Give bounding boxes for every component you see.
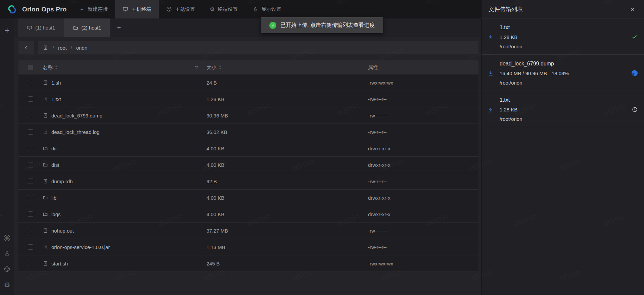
theme-palette-icon[interactable] — [4, 266, 10, 273]
file-size: 92 B — [206, 179, 368, 184]
sidebar-new-connection-button[interactable]: + — [4, 26, 9, 35]
filesystem-root-icon[interactable] — [43, 45, 48, 50]
table-row[interactable]: orion-ops-service-1.0.0.jar 1.13 MB -rw-… — [18, 239, 478, 255]
file-permissions: drwxr-xr-x — [368, 162, 478, 168]
chevron-left-icon — [24, 45, 29, 50]
table-row[interactable]: dead_lock_6799.dump 90.96 MB -rw------- — [18, 107, 478, 124]
nav-item-theme-settings[interactable]: 主题设置 — [159, 0, 202, 18]
download-icon — [481, 34, 500, 41]
row-checkbox[interactable] — [28, 195, 33, 200]
file-permissions: -rwxrwxrwx — [368, 80, 478, 86]
transfer-panel-header: 文件传输列表 ✕ — [481, 0, 644, 18]
transfer-item[interactable]: dead_lock_6799.dump 16.40 MB / 90.96 MB … — [481, 55, 644, 91]
top-nav: ＋ 新建连接 主机终端 — [72, 0, 289, 18]
success-circle-icon — [269, 22, 276, 29]
table-row[interactable]: logs 4.00 KB drwxr-xr-x — [18, 206, 478, 223]
transfer-path: /root/orion — [500, 113, 625, 122]
transfer-panel-title: 文件传输列表 — [489, 5, 523, 13]
filter-funnel-icon[interactable] — [194, 65, 199, 70]
file-name[interactable]: 1.txt — [51, 96, 61, 102]
tab-host1-terminal[interactable]: (1) host1 — [18, 18, 64, 37]
nav-item-display-settings[interactable]: 显示设置 — [245, 0, 289, 18]
row-checkbox[interactable] — [28, 261, 33, 266]
table-row[interactable]: dead_lock_thread.log 36.02 KB -rw-r--r-- — [18, 124, 478, 140]
nav-item-host-terminal[interactable]: 主机终端 — [115, 0, 159, 18]
file-icon — [43, 129, 48, 135]
file-icon — [43, 96, 48, 102]
file-name[interactable]: dist — [51, 162, 59, 168]
main-content: (1) host1 (2) host1 + — [14, 18, 481, 295]
breadcrumb: / root / orion — [38, 41, 478, 54]
sort-by-name[interactable]: 名称 — [43, 64, 58, 71]
breadcrumb-segment-orion[interactable]: orion — [76, 45, 87, 51]
row-checkbox[interactable] — [28, 162, 33, 167]
table-row[interactable]: dist 4.00 KB drwxr-xr-x — [18, 157, 478, 173]
row-checkbox[interactable] — [28, 129, 33, 135]
row-checkbox[interactable] — [28, 228, 33, 233]
top-bar: Orion Ops Pro ＋ 新建连接 主机终端 — [0, 0, 481, 18]
table-row[interactable]: dump.rdb 92 B -rw-r--r-- — [18, 173, 478, 190]
file-table-header: 名称 大小 — [18, 60, 478, 75]
file-name[interactable]: dead_lock_thread.log — [51, 129, 99, 135]
progress-pie-icon — [632, 70, 638, 76]
file-name[interactable]: orion-ops-service-1.0.0.jar — [51, 244, 110, 250]
transfer-path: /root/orion — [500, 77, 625, 86]
file-permissions: -rw-r--r-- — [368, 244, 478, 250]
file-name[interactable]: dir — [51, 146, 57, 151]
file-name[interactable]: start.sh — [51, 261, 68, 266]
nav-item-terminal-settings[interactable]: ⚙ 终端设置 — [202, 0, 245, 18]
sort-by-size[interactable]: 大小 — [206, 64, 222, 71]
transfer-item[interactable]: 1.txt 1.28 KB /root/orion — [481, 91, 644, 127]
folder-icon — [43, 162, 48, 167]
transfer-item[interactable]: 1.txt 1.28 KB /root/orion — [481, 18, 644, 55]
transfer-percent: 18.03% — [552, 70, 569, 76]
add-tab-button[interactable]: + — [110, 18, 128, 37]
row-checkbox[interactable] — [28, 96, 33, 102]
tab-host1-files[interactable]: (2) host1 — [64, 18, 110, 37]
table-row[interactable]: 1.txt 1.28 KB -rw-r--r-- — [18, 91, 478, 107]
toast-message: 已开始上传, 点击右侧传输列表查看进度 — [280, 22, 375, 29]
row-checkbox[interactable] — [28, 146, 33, 151]
success-check-icon — [625, 34, 644, 41]
user-stamp-icon[interactable] — [4, 250, 10, 257]
file-name[interactable]: dump.rdb — [51, 179, 73, 184]
table-row[interactable]: lib 4.00 KB drwxr-xr-x — [18, 190, 478, 206]
file-name[interactable]: lib — [51, 195, 56, 201]
file-size: 4.00 KB — [206, 195, 368, 201]
file-size: 245 B — [206, 261, 368, 266]
file-name[interactable]: logs — [51, 211, 61, 217]
column-attr-label: 属性 — [368, 64, 378, 71]
row-checkbox[interactable] — [28, 244, 33, 250]
file-name[interactable]: 1.sh — [51, 80, 61, 86]
gear-icon: ⚙ — [210, 7, 215, 12]
palette-icon — [166, 6, 172, 12]
command-shortcut-icon[interactable]: ⌘ — [4, 235, 11, 242]
left-sidebar: + ⌘ — [0, 18, 14, 295]
settings-gear-icon[interactable]: ⚙ — [4, 281, 10, 288]
sort-carets-icon — [55, 65, 58, 69]
row-checkbox[interactable] — [28, 179, 33, 184]
close-icon[interactable]: ✕ — [630, 7, 635, 12]
breadcrumb-segment-root[interactable]: root — [58, 45, 67, 51]
file-permissions: drwxr-xr-x — [368, 195, 478, 201]
file-name[interactable]: dead_lock_6799.dump — [51, 113, 102, 118]
back-button[interactable] — [18, 41, 34, 54]
pending-clock-icon — [625, 106, 644, 113]
upload-started-toast: 已开始上传, 点击右侧传输列表查看进度 — [261, 17, 383, 33]
table-row[interactable]: start.sh 245 B -rwxrwxrwx — [18, 255, 478, 272]
nav-item-new-connection[interactable]: ＋ 新建连接 — [72, 0, 115, 18]
file-permissions: -rw-r--r-- — [368, 96, 478, 102]
row-checkbox[interactable] — [28, 80, 33, 85]
table-row[interactable]: 1.sh 24 B -rwxrwxrwx — [18, 75, 478, 91]
file-size: 1.13 MB — [206, 244, 368, 250]
table-row[interactable]: dir 4.00 KB drwxr-xr-x — [18, 140, 478, 157]
row-checkbox[interactable] — [28, 211, 33, 217]
monitor-icon — [27, 25, 32, 31]
row-checkbox[interactable] — [28, 113, 33, 118]
file-name[interactable]: nohup.out — [51, 228, 74, 234]
file-size: 24 B — [206, 80, 368, 86]
table-row[interactable]: nohup.out 37.27 MB -rw------- — [18, 223, 478, 239]
upload-icon — [481, 106, 500, 113]
file-size: 4.00 KB — [206, 162, 368, 168]
select-all-checkbox[interactable] — [28, 65, 33, 70]
